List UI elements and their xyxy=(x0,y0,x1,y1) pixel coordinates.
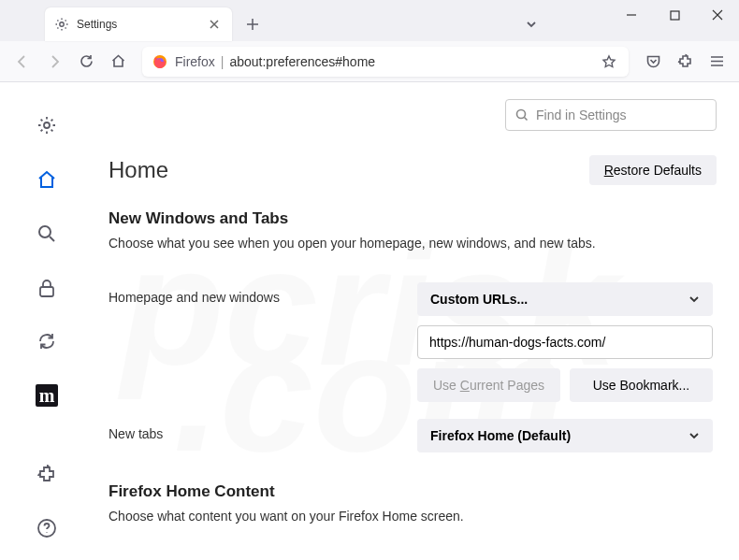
titlebar: Settings xyxy=(0,0,739,41)
tab-title: Settings xyxy=(77,18,206,31)
use-current-pages-button[interactable]: Use Current Pages xyxy=(417,368,560,402)
svg-point-6 xyxy=(44,122,50,128)
forward-button[interactable] xyxy=(39,47,69,77)
home-button[interactable] xyxy=(103,47,133,77)
urlbar-separator: | xyxy=(221,54,225,69)
newtabs-select[interactable]: Firefox Home (Default) xyxy=(417,419,713,452)
svg-point-7 xyxy=(39,226,51,237)
sidebar-help[interactable] xyxy=(32,513,62,543)
browser-tab[interactable]: Settings xyxy=(45,7,232,41)
reload-button[interactable] xyxy=(71,47,101,77)
sidebar-more-mozilla[interactable]: m xyxy=(32,381,62,410)
back-button[interactable] xyxy=(7,47,37,77)
newtabs-label: New tabs xyxy=(109,419,417,441)
bookmark-star-icon[interactable] xyxy=(600,52,618,71)
sidebar-extensions[interactable] xyxy=(32,459,62,489)
menu-icon[interactable] xyxy=(702,47,732,77)
tab-list-dropdown[interactable] xyxy=(518,11,544,37)
window-controls xyxy=(610,0,739,41)
use-bookmark-button[interactable]: Use Bookmark... xyxy=(570,368,713,402)
homepage-url-input[interactable] xyxy=(417,325,713,359)
find-settings-input[interactable] xyxy=(536,108,706,122)
section-windows-tabs-title: New Windows and Tabs xyxy=(109,209,717,228)
section-home-content-desc: Choose what content you want on your Fir… xyxy=(109,509,717,524)
sidebar-privacy[interactable] xyxy=(32,273,62,303)
sidebar-search[interactable] xyxy=(32,219,62,249)
maximize-button[interactable] xyxy=(653,0,696,30)
firefox-icon xyxy=(152,54,167,69)
svg-point-10 xyxy=(517,110,526,119)
chevron-down-icon xyxy=(688,294,700,305)
homepage-label: Homepage and new windows xyxy=(109,282,417,305)
settings-main: Home Restore Defaults New Windows and Ta… xyxy=(94,82,739,560)
section-windows-tabs-desc: Choose what you see when you open your h… xyxy=(109,236,717,251)
sidebar-home[interactable] xyxy=(32,165,62,194)
pocket-icon[interactable] xyxy=(638,47,668,77)
chevron-down-icon xyxy=(688,430,700,441)
restore-defaults-button[interactable]: Restore Defaults xyxy=(589,155,717,185)
url-input[interactable] xyxy=(229,54,600,69)
close-icon[interactable] xyxy=(206,16,223,33)
svg-point-0 xyxy=(60,22,64,26)
extensions-icon[interactable] xyxy=(670,47,700,77)
svg-rect-1 xyxy=(671,11,679,20)
new-tab-button[interactable] xyxy=(239,11,266,37)
sidebar-sync[interactable] xyxy=(32,327,62,357)
minimize-button[interactable] xyxy=(610,0,653,30)
homepage-mode-select[interactable]: Custom URLs... xyxy=(417,282,713,316)
urlbar-prefix: Firefox xyxy=(175,54,215,69)
page-title: Home xyxy=(109,157,168,183)
url-bar[interactable]: Firefox | xyxy=(142,47,629,77)
svg-rect-8 xyxy=(40,287,53,296)
toolbar: Firefox | xyxy=(0,41,739,82)
find-settings-search[interactable] xyxy=(505,99,717,131)
sidebar-general[interactable] xyxy=(32,110,62,140)
gear-icon xyxy=(54,17,69,32)
section-home-content-title: Firefox Home Content xyxy=(109,482,717,501)
settings-sidebar: m xyxy=(0,82,94,560)
close-window-button[interactable] xyxy=(696,0,739,30)
